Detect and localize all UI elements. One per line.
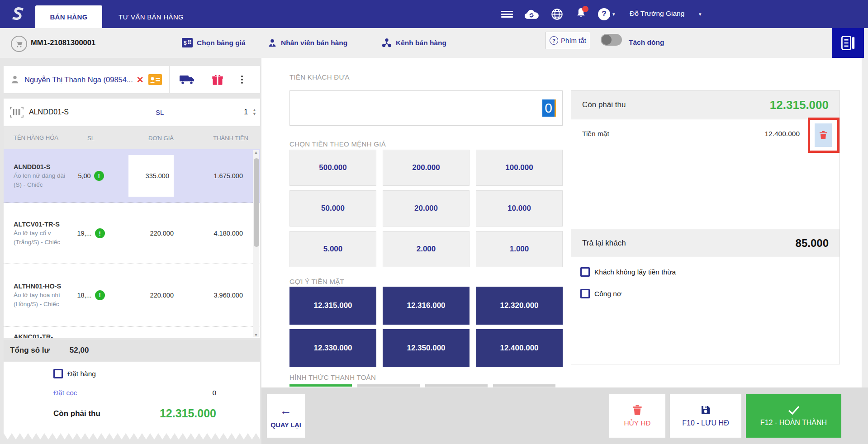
items-table-header: TÊN HÀNG HÓA SL ĐƠN GIÁ THÀNH TIỀN xyxy=(4,127,260,149)
unit-price-value[interactable]: 220.000 xyxy=(110,292,178,299)
tab-tu-van-ban-hang[interactable]: TƯ VẤN BÁN HÀNG xyxy=(102,5,200,28)
remaining-value: 12.315.000 xyxy=(160,407,216,420)
scroll-down-icon[interactable]: ▼ xyxy=(254,333,258,337)
quantity-stepper[interactable]: ▲ ▼ xyxy=(252,108,256,116)
item-name: Áo lỡ tay cổ v (Trắng/S) - Chiếc xyxy=(14,229,71,247)
cash-payment-label: Tiền mặt xyxy=(582,130,609,138)
debt-checkbox[interactable] xyxy=(580,289,590,298)
denomination-button[interactable]: 10.000 xyxy=(476,190,563,227)
delivery-truck-icon[interactable] xyxy=(180,74,195,85)
notification-badge xyxy=(582,6,588,12)
debt-option[interactable]: Công nợ xyxy=(580,289,621,298)
sales-channel-button[interactable]: Kênh bán hàng xyxy=(382,38,446,48)
cloud-sync-icon[interactable] xyxy=(524,8,539,20)
item-code: ALNDD01-S xyxy=(14,162,71,171)
remaining-label: Còn phải thu xyxy=(53,409,100,418)
deposit-link[interactable]: Đặt cọc xyxy=(53,389,77,397)
order-checkbox[interactable] xyxy=(53,369,63,378)
scroll-up-icon[interactable]: ▲ xyxy=(254,150,258,155)
question-icon: ? xyxy=(550,36,558,45)
back-button[interactable]: ← QUAY LẠI xyxy=(267,394,305,438)
right-scroll-gutter[interactable] xyxy=(862,58,868,387)
table-row[interactable]: AKNC01-TR- xyxy=(4,326,260,338)
denomination-button[interactable]: 2.000 xyxy=(383,231,470,267)
shortcut-button[interactable]: ? Phím tắt xyxy=(545,32,590,49)
cancel-invoice-button[interactable]: HỦY HĐ xyxy=(609,394,665,438)
split-line-toggle[interactable] xyxy=(601,34,622,46)
denomination-button[interactable]: 200.000 xyxy=(383,150,470,186)
tab-ban-hang[interactable]: BÁN HÀNG xyxy=(35,5,102,28)
more-options-icon[interactable] xyxy=(241,74,243,85)
unit-price-input[interactable]: 335.000 xyxy=(128,155,174,197)
barcode-icon xyxy=(10,107,24,118)
denomination-button[interactable]: 5.000 xyxy=(289,231,376,267)
denomination-button[interactable]: 500.000 xyxy=(289,150,376,186)
header-qty: SL xyxy=(71,135,110,142)
denomination-button[interactable]: 1.000 xyxy=(476,231,563,267)
item-qty[interactable]: 19,... xyxy=(77,230,91,237)
line-total: 1.675.000 xyxy=(174,172,260,179)
check-icon xyxy=(787,405,800,415)
help-menu[interactable]: ? ▾ xyxy=(598,8,615,20)
table-row[interactable]: ALTHN01-HO-S Áo lỡ tay hoa nhí (Hồng/S) … xyxy=(4,264,260,326)
items-scrollbar-thumb[interactable] xyxy=(254,158,259,247)
table-row[interactable]: ALNDD01-S Áo len nữ dáng dài (S) - Chiếc… xyxy=(4,149,260,203)
app-logo[interactable] xyxy=(0,0,35,28)
no-change-checkbox[interactable] xyxy=(580,267,590,277)
back-arrow-icon: ← xyxy=(280,404,292,418)
stepper-down-icon[interactable]: ▼ xyxy=(252,112,256,116)
trash-icon xyxy=(632,405,642,416)
no-change-option[interactable]: Khách không lấy tiền thừa xyxy=(580,267,676,277)
denomination-button[interactable]: 50.000 xyxy=(289,190,376,227)
save-invoice-button[interactable]: F10 - LƯU HĐ xyxy=(670,394,741,438)
payment-summary-panel: Còn phải thu 12.315.000 Tiền mặt 12.400.… xyxy=(571,90,840,364)
cart-icon xyxy=(11,36,27,52)
annotation-highlight-box xyxy=(808,118,840,153)
quantity-label: SL xyxy=(156,109,164,116)
save-invoice-label: F10 - LƯU HĐ xyxy=(682,419,729,427)
cash-suggestion-button[interactable]: 12.330.000 xyxy=(289,329,376,367)
customer-cash-input[interactable]: 0 xyxy=(289,90,563,126)
divider xyxy=(149,99,149,126)
app-logo-icon xyxy=(10,6,25,22)
product-search-input[interactable]: ALNDD01-S xyxy=(29,108,69,116)
pos-sale-screen: BÁN HÀNG TƯ VẤN BÁN HÀNG xyxy=(0,0,868,444)
stock-warning-icon[interactable]: ! xyxy=(95,228,105,238)
price-book-button[interactable]: $ Chọn bảng giá xyxy=(182,38,246,47)
menu-icon[interactable] xyxy=(501,8,513,20)
cash-suggestion-button[interactable]: 12.400.000 xyxy=(476,329,563,367)
customer-card-icon[interactable] xyxy=(148,74,162,85)
help-icon: ? xyxy=(598,8,610,20)
svg-text:$: $ xyxy=(184,40,187,46)
quantity-value[interactable]: 1 xyxy=(244,108,248,116)
stock-warning-icon[interactable]: ! xyxy=(94,171,104,181)
gift-icon[interactable] xyxy=(211,73,224,86)
staff-icon xyxy=(268,38,277,48)
globe-icon[interactable] xyxy=(551,8,563,20)
change-label: Trả lại khách xyxy=(582,239,626,248)
customer-name[interactable]: Nguyễn Thị Thanh Nga (09854... xyxy=(24,76,133,84)
cash-payment-value[interactable]: 12.400.000 xyxy=(764,130,800,138)
cash-suggestion-button[interactable]: 12.320.000 xyxy=(476,287,563,325)
denomination-button[interactable]: 100.000 xyxy=(476,150,563,186)
total-quantity-value: 52,00 xyxy=(70,346,89,355)
bell-icon[interactable] xyxy=(575,8,587,20)
complete-button[interactable]: F12 - HOÀN THÀNH xyxy=(746,394,841,438)
cash-suggestion-button[interactable]: 12.316.000 xyxy=(383,287,470,325)
cash-suggestion-grid: 12.315.000 12.316.000 12.320.000 12.330.… xyxy=(289,287,563,367)
sales-channel-label: Kênh bán hàng xyxy=(396,39,446,47)
item-qty[interactable]: 18,... xyxy=(77,292,91,299)
table-row[interactable]: ALTCV01-TR-S Áo lỡ tay cổ v (Trắng/S) - … xyxy=(4,203,260,264)
user-chevron-down-icon[interactable]: ▾ xyxy=(699,11,702,17)
unit-price-value[interactable]: 220.000 xyxy=(110,230,178,237)
user-menu-name[interactable]: Đỗ Trường Giang xyxy=(630,9,684,18)
remove-customer-icon[interactable]: ✕ xyxy=(137,75,144,85)
sales-staff-button[interactable]: Nhân viên bán hàng xyxy=(268,38,347,48)
cash-suggestion-button[interactable]: 12.350.000 xyxy=(383,329,470,367)
back-label: QUAY LẠI xyxy=(270,421,301,429)
item-qty[interactable]: 5,00 xyxy=(78,172,90,179)
denomination-button[interactable]: 20.000 xyxy=(383,190,470,227)
order-list-button[interactable] xyxy=(832,28,864,58)
cash-suggestion-button[interactable]: 12.315.000 xyxy=(289,287,376,325)
stock-warning-icon[interactable]: ! xyxy=(95,290,105,300)
